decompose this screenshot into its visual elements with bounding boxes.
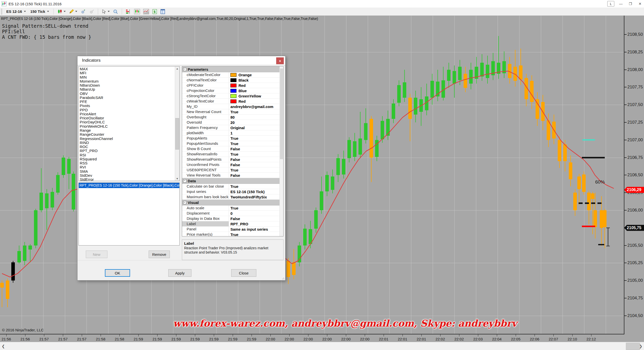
collapse-icon[interactable] bbox=[183, 179, 186, 183]
property-value[interactable]: 0 bbox=[229, 211, 283, 216]
property-value[interactable]: Black bbox=[229, 78, 283, 83]
indicator-list-item[interactable]: StdError bbox=[79, 178, 175, 181]
property-row[interactable]: Oversold20 bbox=[182, 120, 283, 125]
property-row[interactable]: Maximum bars look backTwoHundredFiftySix bbox=[182, 194, 283, 200]
indicator-list-item[interactable]: PPO bbox=[79, 108, 175, 112]
ok-button[interactable]: OK bbox=[105, 269, 130, 277]
property-row[interactable]: Show B CountFalse bbox=[182, 146, 283, 152]
property-value[interactable]: False bbox=[229, 216, 283, 221]
cursor-tool-button[interactable] bbox=[101, 9, 110, 15]
property-row[interactable]: cWeakTextColorRed bbox=[182, 99, 283, 104]
chart-style-button[interactable] bbox=[56, 8, 66, 15]
configured-indicators-list[interactable]: RPT_PRO(ES 12-16 (150 Tick),Color [Orang… bbox=[78, 183, 180, 246]
property-value[interactable]: TwoHundredFiftySix bbox=[229, 194, 283, 199]
indicator-list-item[interactable]: OBV bbox=[79, 92, 175, 96]
indicator-list-item[interactable]: Range bbox=[79, 128, 175, 132]
property-value[interactable]: Red bbox=[229, 99, 283, 104]
property-row[interactable]: PanelSame as input series bbox=[182, 227, 283, 232]
indicator-list-item[interactable]: RIND bbox=[79, 141, 175, 145]
collapse-icon[interactable] bbox=[183, 68, 186, 71]
property-value[interactable]: False bbox=[229, 173, 283, 178]
indicator-list-item[interactable]: PFE bbox=[79, 100, 175, 104]
property-row[interactable]: LabelRPT_PRO bbox=[182, 221, 283, 227]
indicator-list-item[interactable]: ParabolicSAR bbox=[79, 96, 175, 100]
property-row[interactable]: Pattern FrequencyOriginal bbox=[182, 125, 283, 130]
indicator-list-item[interactable]: RangeCounter bbox=[79, 132, 175, 136]
property-value[interactable]: False bbox=[229, 162, 283, 167]
maximize-icon[interactable]: ❐ bbox=[627, 2, 633, 6]
property-value[interactable]: True bbox=[229, 184, 283, 189]
property-row[interactable]: plot0width1 bbox=[182, 130, 283, 136]
property-row[interactable]: Input seriesES 12-16 (150 Tick) bbox=[182, 189, 283, 194]
property-value[interactable]: True bbox=[229, 205, 283, 211]
property-value[interactable]: GreenYellow bbox=[229, 93, 283, 98]
indicator-list-item[interactable]: PriceOscillator bbox=[79, 116, 175, 120]
property-row[interactable]: Displacement0 bbox=[182, 211, 283, 216]
property-value[interactable]: True bbox=[229, 232, 283, 236]
grid-section-header[interactable]: Parameters bbox=[182, 66, 283, 72]
property-row[interactable]: Price marker(s)True bbox=[182, 232, 283, 236]
zoom-button[interactable] bbox=[112, 8, 119, 15]
property-row[interactable]: My_IDandreybbrv@gmail.com bbox=[182, 104, 283, 109]
indicator-list-item[interactable]: PriorDayOHLC bbox=[79, 120, 175, 124]
indicator-list-item[interactable]: Momentum bbox=[79, 79, 175, 83]
selected-indicator-item[interactable]: RPT_PRO(ES 12-16 (150 Tick),Color [Orang… bbox=[79, 183, 179, 188]
indicator-list-item[interactable]: SMA bbox=[79, 169, 175, 173]
dialog-close-button[interactable]: x bbox=[276, 57, 284, 64]
property-row[interactable]: Unconfirmed PivotsFalse bbox=[182, 162, 283, 167]
property-row[interactable]: PopupAlertSoundsTrue bbox=[182, 141, 283, 146]
indicator-list-item[interactable]: PriceAlert bbox=[79, 112, 175, 116]
minimize-icon[interactable]: — bbox=[618, 2, 624, 6]
remove-button[interactable]: Remove bbox=[149, 251, 170, 258]
property-value[interactable]: Red bbox=[229, 83, 283, 88]
collapse-icon[interactable] bbox=[183, 201, 186, 204]
chart-overlay-button[interactable] bbox=[142, 8, 150, 15]
scroll-up-icon[interactable]: ▲ bbox=[175, 66, 179, 71]
property-row[interactable]: Display in Data BoxFalse bbox=[182, 216, 283, 221]
property-value[interactable]: False bbox=[229, 157, 283, 162]
property-row[interactable]: PopupAlertsTrue bbox=[182, 136, 283, 141]
interval-selector[interactable]: 150 Tick bbox=[29, 9, 51, 14]
property-value[interactable]: Original bbox=[229, 125, 283, 130]
property-value[interactable]: andreybbrv@gmail.com bbox=[229, 104, 283, 109]
indicator-list-item[interactable]: NBarsUp bbox=[79, 87, 175, 91]
property-value[interactable]: Orange bbox=[229, 72, 283, 77]
new-button[interactable]: New bbox=[86, 251, 107, 258]
property-row[interactable]: cModerateTextColorOrange bbox=[182, 72, 283, 78]
property-row[interactable]: cStrongTextColorGreenYellow bbox=[182, 93, 283, 99]
property-value[interactable]: True bbox=[229, 152, 283, 157]
property-value[interactable]: True bbox=[229, 136, 283, 141]
property-value[interactable]: ES 12-16 (150 Tick) bbox=[229, 189, 283, 194]
indicator-list-item[interactable]: Pivots bbox=[79, 104, 175, 108]
property-value[interactable]: True bbox=[229, 141, 283, 146]
property-row[interactable]: New Reversal CountTrue bbox=[182, 109, 283, 115]
instrument-selector[interactable]: ES 12-16 bbox=[5, 9, 27, 14]
list-scrollbar[interactable]: ▲ ▼ bbox=[175, 66, 179, 181]
indicator-list-item[interactable]: StdDev bbox=[79, 173, 175, 178]
scroll-right-icon[interactable]: ❯ bbox=[637, 342, 644, 350]
indicator-list-item[interactable]: MAX bbox=[79, 67, 175, 71]
indicator-list-item[interactable]: MIN bbox=[79, 75, 175, 79]
scroll-left-icon[interactable]: ❮ bbox=[0, 342, 7, 350]
property-row[interactable]: cNormalTextColorBlack bbox=[182, 78, 283, 83]
property-row[interactable]: ShowReversalInfoTrue bbox=[182, 152, 283, 157]
property-grid[interactable]: ParameterscModerateTextColorOrangecNorma… bbox=[182, 66, 284, 236]
property-value[interactable]: True bbox=[229, 109, 283, 114]
grid-section-header[interactable]: Data bbox=[182, 178, 283, 184]
chart-trader-button[interactable] bbox=[133, 8, 141, 15]
property-value[interactable]: Blue bbox=[229, 88, 283, 93]
indicator-list-item[interactable]: NBarsDown bbox=[79, 83, 175, 87]
apply-button[interactable]: Apply bbox=[168, 269, 191, 277]
market-depth-button[interactable] bbox=[125, 8, 132, 15]
property-row[interactable]: ShowReversalPointsFalse bbox=[182, 157, 283, 162]
available-indicators-list[interactable]: MAXMFIMINMomentumNBarsDownNBarsUpOBVPara… bbox=[78, 66, 180, 181]
horizontal-scrollbar[interactable]: ❮ ❯ bbox=[0, 342, 644, 350]
scrollbar-thumb[interactable] bbox=[175, 118, 179, 150]
indicator-list-item[interactable]: PriorWeekOHLC bbox=[79, 124, 175, 128]
property-value[interactable]: 1 bbox=[229, 130, 283, 135]
marker-remove-button[interactable] bbox=[88, 8, 95, 15]
indicator-list-item[interactable]: RVI bbox=[79, 165, 175, 169]
account-data-button[interactable]: $ bbox=[151, 8, 158, 15]
property-value[interactable]: 80 bbox=[229, 115, 283, 120]
indicator-list-item[interactable]: RPT_PRO bbox=[79, 149, 175, 153]
